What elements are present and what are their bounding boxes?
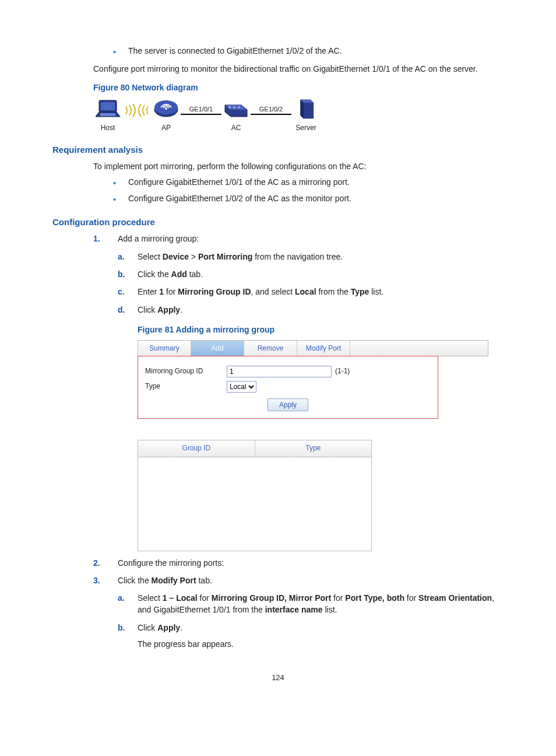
paragraph: Configure port mirroring to monitor the …	[93, 63, 504, 75]
bold-text: Mirroring Group ID	[178, 287, 251, 296]
text: Click	[138, 623, 157, 632]
form-panel: Mirroring Group ID (1-1) Type Local Appl…	[138, 356, 438, 419]
tab-modify-port[interactable]: Modify Port	[297, 341, 350, 356]
field-hint: (1-1)	[335, 366, 350, 376]
server-icon	[291, 97, 321, 121]
substep-item: b. Click Apply. The progress bar appears…	[118, 622, 504, 650]
list-item: Configure GigabitEthernet 1/0/2 of the A…	[111, 193, 504, 205]
diagram-link	[251, 114, 291, 115]
step-text: Configure the mirroring ports:	[118, 558, 224, 568]
step-item: 3. Click the Modify Port tab. a. Select …	[93, 575, 504, 650]
svg-point-9	[228, 106, 231, 108]
substep-letter: d.	[118, 304, 125, 316]
apply-button[interactable]: Apply	[268, 398, 308, 411]
step-number: 1.	[93, 233, 100, 244]
bold-text: 1	[159, 287, 164, 296]
text: .	[180, 305, 182, 314]
section-heading: Configuration procedure	[52, 217, 504, 227]
field-label: Mirroring Group ID	[145, 366, 227, 376]
text: Enter	[138, 287, 159, 296]
substep-item: d. Click Apply.	[118, 304, 504, 316]
text: Click the	[138, 270, 171, 279]
bold-text: Port Mirroring	[198, 252, 252, 261]
tab-summary[interactable]: Summary	[138, 341, 191, 356]
text: for	[198, 593, 212, 603]
paragraph: To implement port mirroring, perform the…	[93, 160, 504, 172]
text: Click the	[118, 576, 152, 585]
substep-letter: a.	[118, 251, 125, 262]
tab-add[interactable]: Add	[191, 341, 244, 356]
svg-marker-15	[301, 100, 304, 118]
svg-point-6	[165, 107, 167, 110]
access-point-icon	[152, 97, 181, 121]
substep-item: a. Select Device > Port Mirroring from t…	[118, 251, 504, 262]
figure-caption: Figure 80 Network diagram	[93, 83, 504, 92]
bold-text: 1 – Local	[163, 593, 198, 603]
bold-text: Local	[295, 287, 316, 296]
svg-rect-1	[101, 102, 115, 110]
text: for	[404, 593, 418, 603]
svg-point-10	[233, 106, 235, 108]
substep-letter: a.	[118, 592, 125, 604]
substep-letter: b.	[118, 268, 125, 280]
step-text: The progress bar appears.	[138, 638, 504, 650]
list-item: Configure GigabitEthernet 1/0/1 of the A…	[111, 177, 504, 188]
text: for	[331, 593, 345, 603]
field-label: Type	[145, 382, 227, 391]
step-text: Add a mirroring group:	[118, 234, 199, 243]
ac-device-icon	[221, 97, 251, 121]
diagram-label-ac: AC	[231, 124, 241, 132]
bold-text: interface name	[265, 605, 323, 614]
text: >	[189, 252, 198, 261]
page-number: 124	[52, 673, 504, 682]
substep-item: a. Select 1 – Local for Mirroring Group …	[118, 592, 504, 616]
text: list.	[323, 605, 337, 614]
bold-text: Modify Port	[152, 576, 196, 585]
step-item: 2. Configure the mirroring ports:	[93, 557, 504, 569]
network-diagram: Host AP GE1/0/1	[93, 97, 504, 132]
svg-marker-14	[304, 103, 314, 118]
text: from the navigation tree.	[252, 252, 343, 261]
bold-text: Apply	[157, 305, 180, 314]
substep-letter: c.	[118, 286, 125, 298]
bold-text: Mirroring Group ID, Mirror Port	[212, 593, 331, 603]
laptop-icon	[93, 97, 122, 121]
tab-remove[interactable]: Remove	[244, 341, 297, 356]
step-item: 1. Add a mirroring group: a. Select Devi…	[93, 233, 504, 551]
column-header[interactable]: Group ID	[138, 440, 255, 456]
svg-rect-3	[100, 113, 115, 116]
text: .	[180, 623, 182, 632]
bold-text: Apply	[157, 623, 180, 632]
text: from the	[316, 287, 351, 296]
text: , and select	[251, 287, 295, 296]
diagram-label-host: Host	[101, 124, 115, 132]
type-select[interactable]: Local	[227, 381, 256, 393]
text: list.	[369, 287, 383, 296]
substep-item: c. Enter 1 for Mirroring Group ID, and s…	[118, 286, 504, 298]
mirroring-group-id-input[interactable]	[227, 366, 332, 377]
bold-text: Add	[171, 270, 187, 279]
diagram-link-label: GE1/0/1	[189, 106, 213, 113]
diagram-label-server: Server	[295, 124, 316, 132]
text: tab.	[196, 576, 212, 585]
table-body	[138, 457, 371, 551]
text: for	[164, 287, 178, 296]
text: Click	[138, 305, 157, 314]
figure-caption: Figure 81 Adding a mirroring group	[138, 324, 504, 335]
svg-point-11	[238, 106, 240, 108]
diagram-link-label: GE1/0/2	[259, 106, 283, 113]
bold-text: Port Type, both	[345, 593, 404, 603]
tab-filler	[350, 341, 488, 356]
bold-text: Type	[351, 287, 370, 296]
column-header[interactable]: Type	[255, 440, 372, 456]
list-item: The server is connected to GigabitEthern…	[111, 46, 504, 57]
diagram-link	[181, 114, 221, 115]
bold-text: Stream Orientation	[418, 593, 492, 603]
step-number: 2.	[93, 557, 100, 569]
text: tab.	[187, 270, 203, 279]
bold-text: Device	[163, 252, 189, 261]
diagram-label-ap: AP	[161, 124, 171, 132]
wifi-waves-icon	[122, 102, 152, 127]
result-table: Group ID Type	[138, 440, 372, 551]
substep-item: b. Click the Add tab.	[118, 268, 504, 280]
